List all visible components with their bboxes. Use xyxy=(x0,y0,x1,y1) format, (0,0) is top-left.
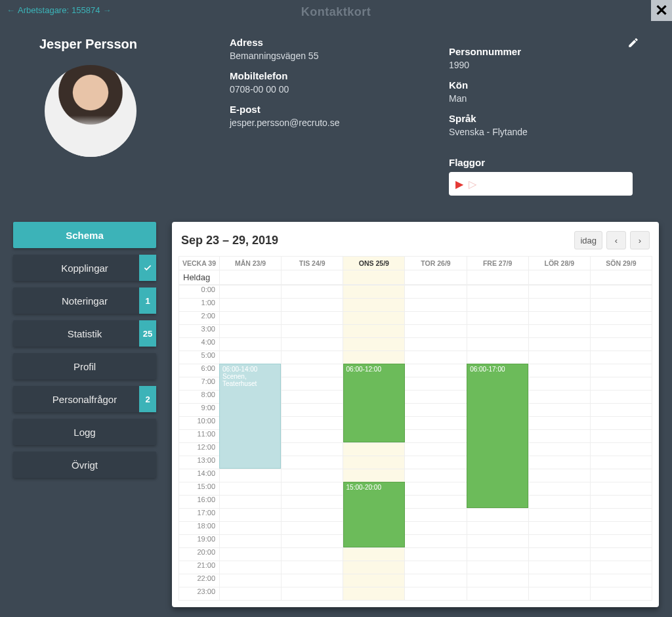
calendar-cell[interactable] xyxy=(590,364,652,377)
allday-cell[interactable] xyxy=(405,270,467,285)
calendar-cell[interactable] xyxy=(282,548,343,561)
calendar-cell[interactable] xyxy=(590,377,652,391)
calendar-cell[interactable] xyxy=(528,561,590,574)
calendar-cell[interactable] xyxy=(405,377,467,391)
calendar-cell[interactable] xyxy=(405,404,467,417)
calendar-cell[interactable] xyxy=(343,548,405,561)
calendar-cell[interactable] xyxy=(528,456,590,469)
calendar-cell[interactable] xyxy=(405,469,467,482)
calendar-cell[interactable] xyxy=(590,522,652,535)
calendar-cell[interactable] xyxy=(220,351,282,364)
calendar-cell[interactable] xyxy=(590,587,652,601)
calendar-cell[interactable] xyxy=(220,561,282,574)
calendar-cell[interactable] xyxy=(467,299,528,312)
next-week-button[interactable]: › xyxy=(630,231,650,249)
calendar-cell[interactable] xyxy=(528,299,590,312)
calendar-cell[interactable] xyxy=(220,325,282,338)
calendar-cell[interactable] xyxy=(282,377,343,391)
calendar-cell[interactable] xyxy=(220,482,282,496)
calendar-cell[interactable] xyxy=(405,417,467,430)
calendar-cell[interactable] xyxy=(467,548,528,561)
calendar-cell[interactable] xyxy=(590,286,652,299)
calendar-cell[interactable] xyxy=(528,338,590,351)
sidebar-item-personalfrågor[interactable]: Personalfrågor2 xyxy=(13,386,156,412)
calendar-cell[interactable] xyxy=(282,351,343,364)
calendar-cell[interactable] xyxy=(590,391,652,404)
calendar-cell[interactable] xyxy=(405,430,467,443)
calendar-cell[interactable] xyxy=(590,548,652,561)
sidebar-item-profil[interactable]: Profil xyxy=(13,353,156,379)
calendar-cell[interactable] xyxy=(528,391,590,404)
calendar-cell[interactable] xyxy=(590,299,652,312)
calendar-cell[interactable] xyxy=(528,574,590,587)
calendar-cell[interactable] xyxy=(220,574,282,587)
allday-cell[interactable] xyxy=(467,270,528,285)
calendar-cell[interactable] xyxy=(528,364,590,377)
calendar-cell[interactable] xyxy=(220,509,282,522)
allday-cell[interactable] xyxy=(282,270,343,285)
calendar-cell[interactable] xyxy=(220,338,282,351)
flag-outline-icon[interactable]: ▷ xyxy=(469,178,476,190)
sidebar-item-statistik[interactable]: Statistik25 xyxy=(13,320,156,347)
calendar-cell[interactable] xyxy=(343,325,405,338)
calendar-cell[interactable] xyxy=(282,522,343,535)
allday-cell[interactable] xyxy=(528,270,590,285)
calendar-cell[interactable] xyxy=(590,574,652,587)
calendar-cell[interactable] xyxy=(405,548,467,561)
calendar-cell[interactable] xyxy=(343,312,405,325)
calendar-cell[interactable] xyxy=(467,325,528,338)
calendar-cell[interactable] xyxy=(220,312,282,325)
calendar-cell[interactable] xyxy=(343,574,405,587)
calendar-cell[interactable] xyxy=(343,587,405,601)
calendar-cell[interactable] xyxy=(590,482,652,496)
calendar-cell[interactable] xyxy=(405,456,467,469)
calendar-cell[interactable] xyxy=(405,338,467,351)
calendar-event[interactable]: 06:00-17:00 xyxy=(467,364,528,508)
calendar-cell[interactable] xyxy=(220,299,282,312)
calendar-cell[interactable] xyxy=(220,548,282,561)
calendar-cell[interactable] xyxy=(528,482,590,496)
sidebar-item-övrigt[interactable]: Övrigt xyxy=(13,452,156,478)
calendar-cell[interactable] xyxy=(467,561,528,574)
calendar-cell[interactable] xyxy=(590,351,652,364)
calendar-cell[interactable] xyxy=(405,443,467,456)
calendar-cell[interactable] xyxy=(282,469,343,482)
calendar-cell[interactable] xyxy=(405,286,467,299)
close-button[interactable]: ✕ xyxy=(651,0,672,21)
calendar-cell[interactable] xyxy=(528,535,590,548)
breadcrumb[interactable]: ← Arbetstagare: 155874 → xyxy=(7,5,111,15)
prev-week-button[interactable]: ‹ xyxy=(606,231,626,249)
today-button[interactable]: idag xyxy=(574,231,602,249)
calendar-cell[interactable] xyxy=(343,338,405,351)
calendar-cell[interactable] xyxy=(220,522,282,535)
calendar-cell[interactable] xyxy=(220,535,282,548)
calendar-cell[interactable] xyxy=(590,417,652,430)
calendar-cell[interactable] xyxy=(220,469,282,482)
calendar-cell[interactable] xyxy=(282,561,343,574)
calendar-cell[interactable] xyxy=(405,482,467,496)
calendar-cell[interactable] xyxy=(343,351,405,364)
calendar-cell[interactable] xyxy=(528,286,590,299)
calendar-cell[interactable] xyxy=(282,587,343,601)
calendar-cell[interactable] xyxy=(282,299,343,312)
calendar-cell[interactable] xyxy=(467,522,528,535)
calendar-cell[interactable] xyxy=(528,509,590,522)
calendar-cell[interactable] xyxy=(405,535,467,548)
calendar-cell[interactable] xyxy=(282,430,343,443)
sidebar-item-logg[interactable]: Logg xyxy=(13,419,156,445)
calendar-cell[interactable] xyxy=(528,312,590,325)
allday-cell[interactable] xyxy=(220,270,282,285)
calendar-cell[interactable] xyxy=(405,561,467,574)
calendar-cell[interactable] xyxy=(220,286,282,299)
allday-cell[interactable] xyxy=(590,270,652,285)
sidebar-item-noteringar[interactable]: Noteringar1 xyxy=(13,287,156,314)
calendar-cell[interactable] xyxy=(467,587,528,601)
calendar-cell[interactable] xyxy=(528,548,590,561)
calendar-cell[interactable] xyxy=(590,404,652,417)
calendar-cell[interactable] xyxy=(343,286,405,299)
calendar-cell[interactable] xyxy=(590,430,652,443)
calendar-cell[interactable] xyxy=(590,561,652,574)
calendar-cell[interactable] xyxy=(282,509,343,522)
calendar-cell[interactable] xyxy=(282,404,343,417)
calendar-cell[interactable] xyxy=(343,469,405,482)
